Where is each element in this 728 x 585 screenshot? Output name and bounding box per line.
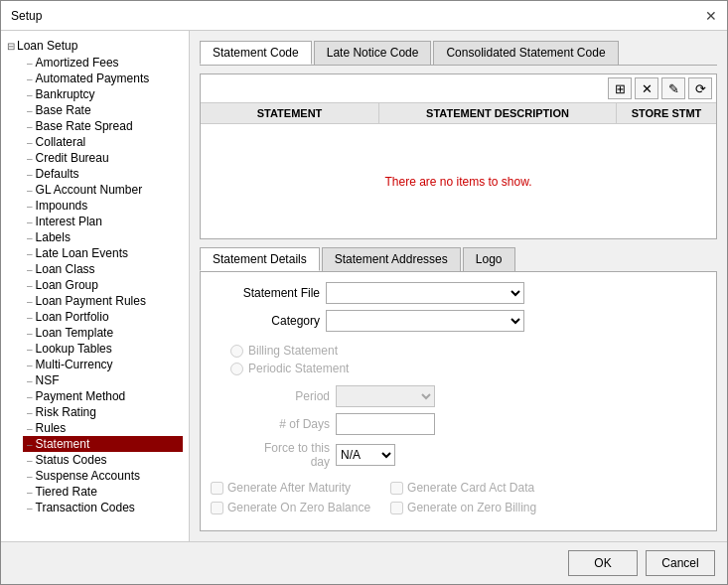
sidebar-item-label: Risk Rating	[36, 405, 96, 419]
sidebar-item-collateral[interactable]: –Collateral	[23, 134, 183, 150]
sidebar-item-impounds[interactable]: –Impounds	[23, 198, 183, 214]
cancel-button[interactable]: Cancel	[646, 550, 715, 576]
sidebar-item-credit-bureau[interactable]: –Credit Bureau	[23, 150, 183, 166]
generate-on-zero-balance-label: Generate On Zero Balance	[227, 501, 370, 514]
sidebar-item-loan-portfolio[interactable]: –Loan Portfolio	[23, 309, 183, 325]
edit-btn[interactable]: ✎	[661, 77, 685, 99]
table-headers: STATEMENTSTATEMENT DESCRIPTIONSTORE STMT	[201, 103, 716, 124]
sidebar-item-statement[interactable]: –Statement	[23, 436, 183, 452]
periodic-statement-row: Periodic Statement	[230, 362, 706, 375]
dash-icon: –	[27, 58, 33, 69]
generate-after-maturity-item: Generate After Maturity	[211, 481, 370, 495]
sidebar-item-loan-payment-rules[interactable]: –Loan Payment Rules	[23, 293, 183, 309]
sidebar-item-nsf[interactable]: –NSF	[23, 372, 183, 388]
sidebar-item-label: Amortized Fees	[36, 56, 119, 70]
generate-on-zero-balance-checkbox[interactable]	[211, 502, 223, 514]
generate-card-act-data-item: Generate Card Act Data	[390, 481, 536, 495]
sidebar-item-interest-plan[interactable]: –Interest Plan	[23, 214, 183, 229]
sidebar-item-lookup-tables[interactable]: –Lookup Tables	[23, 341, 183, 357]
details-tab-bar: Statement DetailsStatement AddressesLogo	[200, 247, 717, 272]
dash-icon: –	[27, 407, 33, 418]
generate-on-zero-billing-checkbox[interactable]	[390, 502, 403, 514]
generate-card-act-data-checkbox[interactable]	[390, 482, 403, 495]
dash-icon: –	[27, 487, 33, 498]
generate-card-act-data-label: Generate Card Act Data	[407, 481, 534, 495]
periodic-statement-radio[interactable]	[230, 363, 243, 375]
details-tab-logo[interactable]: Logo	[463, 247, 515, 271]
ok-button[interactable]: OK	[568, 550, 638, 576]
sidebar-item-defaults[interactable]: –Defaults	[23, 166, 183, 182]
sidebar-item-late-loan-events[interactable]: –Late Loan Events	[23, 245, 183, 261]
dash-icon: –	[27, 232, 33, 243]
sidebar-item-label: Payment Method	[36, 389, 126, 403]
sidebar-item-label: Status Codes	[36, 453, 107, 467]
days-row: # of Days	[250, 413, 706, 435]
dash-icon: –	[27, 89, 33, 100]
dash-icon: –	[27, 137, 33, 148]
setup-dialog: Setup ✕ ⊟ Loan Setup –Amortized Fees–Aut…	[0, 0, 728, 585]
sidebar-item-label: Lookup Tables	[36, 342, 112, 356]
details-tab-statement-details[interactable]: Statement Details	[200, 247, 320, 271]
tab-late-notice-code[interactable]: Late Notice Code	[314, 41, 432, 65]
add-btn[interactable]: ⊞	[608, 77, 632, 99]
sidebar-item-payment-method[interactable]: –Payment Method	[23, 388, 183, 404]
sidebar-item-label: Late Loan Events	[36, 246, 128, 260]
period-select[interactable]	[336, 385, 435, 407]
days-input[interactable]	[336, 413, 435, 435]
statement-file-select[interactable]	[326, 282, 524, 304]
sidebar-item-label: Rules	[36, 421, 67, 435]
sidebar-item-label: Impounds	[36, 199, 88, 213]
table-header-statement-description: STATEMENT DESCRIPTION	[379, 103, 617, 123]
dash-icon: –	[27, 423, 33, 434]
billing-statement-row: Billing Statement	[230, 344, 706, 358]
sidebar-item-label: Statement	[36, 437, 90, 451]
no-items-text: There are no items to show.	[384, 175, 531, 189]
sidebar-item-amortized-fees[interactable]: –Amortized Fees	[23, 55, 183, 71]
sidebar-item-gl-account-number[interactable]: –GL Account Number	[23, 182, 183, 198]
sidebar-item-base-rate[interactable]: –Base Rate	[23, 102, 183, 118]
dash-icon: –	[27, 471, 33, 482]
details-section: Statement DetailsStatement AddressesLogo…	[200, 247, 717, 531]
sidebar-item-risk-rating[interactable]: –Risk Rating	[23, 404, 183, 420]
sidebar-item-loan-template[interactable]: –Loan Template	[23, 325, 183, 341]
sidebar-item-base-rate-spread[interactable]: –Base Rate Spread	[23, 118, 183, 134]
dash-icon: –	[27, 312, 33, 323]
right-panel: Statement CodeLate Notice CodeConsolidat…	[190, 31, 727, 541]
sidebar-item-transaction-codes[interactable]: –Transaction Codes	[23, 500, 183, 515]
left-panel: ⊟ Loan Setup –Amortized Fees–Automated P…	[1, 31, 190, 541]
details-tab-statement-addresses[interactable]: Statement Addresses	[322, 247, 461, 271]
sidebar-item-label: Interest Plan	[36, 215, 102, 228]
tab-consolidated-statement-code[interactable]: Consolidated Statement Code	[433, 41, 618, 65]
generate-on-zero-billing-item: Generate on Zero Billing	[390, 501, 536, 514]
close-button[interactable]: ✕	[705, 9, 717, 23]
tab-statement-code[interactable]: Statement Code	[200, 41, 312, 65]
billing-statement-radio[interactable]	[230, 345, 243, 358]
dash-icon: –	[27, 121, 33, 132]
sidebar-item-multi-currency[interactable]: –Multi-Currency	[23, 357, 183, 372]
sidebar-item-automated-payments[interactable]: –Automated Payments	[23, 71, 183, 86]
force-select[interactable]: N/A	[336, 444, 395, 466]
checkboxes-col1: Generate After Maturity Generate On Zero…	[211, 481, 370, 514]
dash-icon: –	[27, 153, 33, 164]
sidebar-item-loan-class[interactable]: –Loan Class	[23, 261, 183, 277]
dash-icon: –	[27, 328, 33, 339]
sidebar-item-loan-group[interactable]: –Loan Group	[23, 277, 183, 293]
sidebar-item-rules[interactable]: –Rules	[23, 420, 183, 436]
category-select[interactable]	[326, 310, 524, 332]
sidebar-item-label: Credit Bureau	[36, 151, 109, 165]
main-tab-bar: Statement CodeLate Notice CodeConsolidat…	[200, 41, 717, 66]
refresh-btn[interactable]: ⟳	[688, 77, 712, 99]
generate-after-maturity-checkbox[interactable]	[211, 482, 223, 495]
sidebar-item-labels[interactable]: –Labels	[23, 229, 183, 245]
sidebar-item-bankruptcy[interactable]: –Bankruptcy	[23, 86, 183, 102]
dash-icon: –	[27, 105, 33, 116]
tree-root-label[interactable]: ⊟ Loan Setup	[7, 37, 183, 55]
dash-icon: –	[27, 169, 33, 180]
delete-btn[interactable]: ✕	[635, 77, 658, 99]
sidebar-item-tiered-rate[interactable]: –Tiered Rate	[23, 484, 183, 500]
tree-children: –Amortized Fees–Automated Payments–Bankr…	[7, 55, 183, 515]
sidebar-item-label: Bankruptcy	[36, 87, 95, 101]
sidebar-item-suspense-accounts[interactable]: –Suspense Accounts	[23, 468, 183, 484]
sidebar-item-label: Loan Portfolio	[36, 310, 109, 324]
sidebar-item-status-codes[interactable]: –Status Codes	[23, 452, 183, 468]
